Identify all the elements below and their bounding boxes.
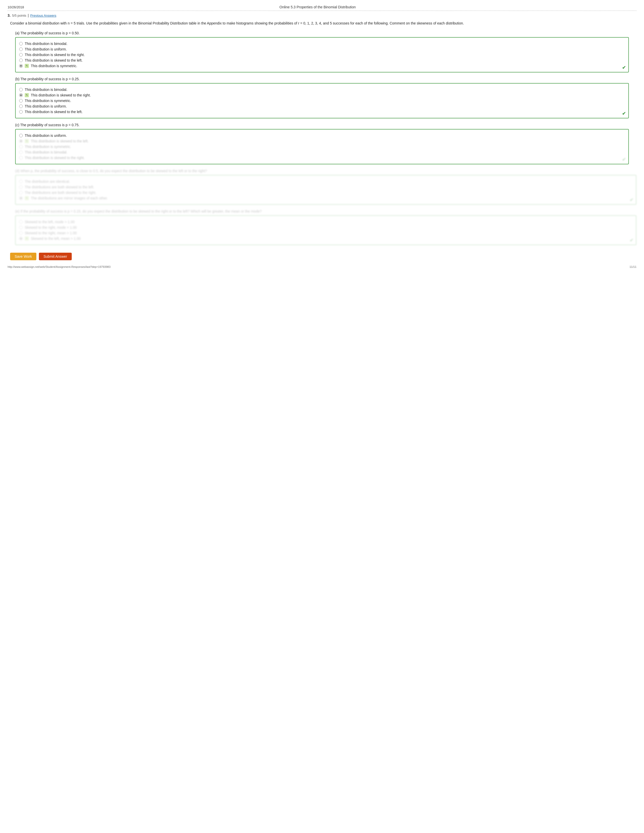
option-label: This distribution is bimodal. [25, 88, 68, 92]
list-item: ✎ This distribution is skewed to the rig… [19, 93, 625, 97]
list-item: Skewed to the right, mean > 1.00 [19, 231, 633, 235]
radio-bimodal-c[interactable] [19, 150, 23, 154]
part-e-label: (e) If the probability of success is p =… [15, 209, 636, 213]
radio-e2 [19, 226, 23, 229]
part-b-answer-box: This distribution is bimodal. ✎ This dis… [15, 83, 629, 118]
option-label: This distribution is bimodal. [25, 150, 68, 154]
radio-left-b[interactable] [19, 110, 23, 114]
radio-bimodal-a[interactable] [19, 42, 23, 45]
submit-button[interactable]: Submit Answer [39, 252, 71, 260]
list-item: This distribution is skewed to the left. [19, 58, 625, 62]
option-label: The distribution are identical. [25, 180, 70, 183]
option-label: This distribution is skewed to the left. [25, 110, 82, 114]
pencil-icon: ✎ [25, 139, 29, 143]
list-item: ✎ This distribution is symmetric. [19, 64, 625, 68]
radio-d3 [19, 191, 23, 195]
list-item: This distribution is skewed to the left. [19, 110, 625, 114]
question-number: 3. [8, 13, 11, 18]
list-item: This distribution is uniform. [19, 133, 625, 138]
radio-symmetric-c[interactable] [19, 145, 23, 148]
save-button[interactable]: Save Work [10, 252, 36, 260]
part-c-label: (c) The probability of success is p = 0.… [15, 123, 636, 127]
radio-d4 [19, 196, 23, 200]
correct-checkmark: ✔ [630, 197, 633, 203]
header-date: 10/26/2018 [8, 5, 24, 9]
correct-checkmark: ✔ [622, 65, 626, 71]
list-item: ✎ This distribution is skewed to the lef… [19, 139, 625, 143]
list-item: This distribution is skewed to the right… [19, 156, 625, 160]
option-label: This distribution is skewed to the left. [25, 58, 82, 62]
correct-checkmark: ✔ [630, 238, 633, 243]
pencil-icon: ✎ [25, 93, 29, 97]
header: 10/26/2018 Online 5.3 Properties of the … [8, 5, 636, 9]
radio-symmetric-a[interactable] [19, 64, 23, 68]
radio-symmetric-b[interactable] [19, 99, 23, 103]
pencil-icon: ✎ [25, 64, 29, 68]
radio-e1 [19, 220, 23, 224]
question-body: Consider a binomial distribution with n … [10, 21, 634, 26]
option-label: This distribution is uniform. [25, 47, 67, 51]
list-item: ✎ The distributions are mirror images of… [19, 196, 633, 200]
footer-url-text: http://www.webassign.net/web/Student/Ass… [8, 265, 111, 269]
option-label: This distribution is symmetric. [25, 145, 71, 149]
option-label: Skewed to the left, mean > 1.00 [31, 236, 80, 241]
pencil-icon: ✎ [25, 196, 29, 200]
list-item: This distribution is bimodal. [19, 150, 625, 154]
list-item: This distribution is symmetric. [19, 145, 625, 149]
part-d-label: (d) When p, the probability of success, … [15, 169, 636, 173]
list-item: This distribution is bimodal. [19, 42, 625, 46]
list-item: This distribution is bimodal. [19, 88, 625, 92]
footer-url-bar: http://www.webassign.net/web/Student/Ass… [8, 265, 636, 269]
radio-left-a[interactable] [19, 59, 23, 62]
option-label: Skewed to the right, mode > 1.00 [25, 225, 77, 230]
radio-uniform-a[interactable] [19, 47, 23, 51]
part-e-section: (e) If the probability of success is p =… [15, 209, 636, 245]
part-a-label: (a) The probability of success is p = 0.… [15, 31, 636, 35]
option-label: The distributions are mirror images of e… [31, 196, 108, 200]
radio-d2 [19, 185, 23, 189]
part-c-answer-box: This distribution is uniform. ✎ This dis… [15, 129, 629, 164]
list-item: The distributions are both skewed to the… [19, 191, 633, 195]
option-label: This distribution is skewed to the right… [31, 93, 91, 97]
radio-right-c[interactable] [19, 156, 23, 159]
header-title: Online 5.3 Properties of the Binomial Di… [24, 5, 611, 9]
question-text: Consider a binomial distribution with n … [10, 21, 464, 25]
list-item: This distribution is uniform. [19, 104, 625, 108]
option-label: This distribution is skewed to the right… [25, 156, 85, 160]
part-e-answer-box: Skewed to the left, mode > 1.00 Skewed t… [15, 215, 636, 245]
correct-checkmark: ✔ [622, 157, 626, 162]
radio-right-b[interactable] [19, 93, 23, 97]
previous-answers-link[interactable]: Previous Answers [30, 14, 56, 18]
question-header: 3. 5/5 points | Previous Answers [8, 13, 636, 18]
part-a-answer-box: This distribution is bimodal. This distr… [15, 37, 629, 72]
option-label: This distribution is skewed to the left. [31, 139, 89, 143]
option-label: This distribution is uniform. [25, 104, 67, 108]
part-d-answer-box: The distribution are identical. The dist… [15, 175, 636, 205]
correct-checkmark: ✔ [622, 111, 626, 116]
list-item: This distribution is skewed to the right… [19, 53, 625, 57]
radio-left-c[interactable] [19, 139, 23, 143]
option-label: Skewed to the left, mode > 1.00 [25, 220, 74, 224]
footer-page-indicator: 11/11 [630, 265, 636, 269]
pencil-icon: ✎ [25, 236, 29, 241]
points-label: 5/5 points [12, 14, 26, 18]
radio-bimodal-b[interactable] [19, 88, 23, 92]
list-item: The distributions are both skewed to the… [19, 185, 633, 189]
option-label: This distribution is symmetric. [25, 99, 71, 103]
radio-d1 [19, 180, 23, 183]
list-item: Skewed to the right, mode > 1.00 [19, 225, 633, 230]
option-label: This distribution is symmetric. [31, 64, 77, 68]
radio-e4 [19, 237, 23, 240]
option-label: This distribution is uniform. [25, 133, 67, 138]
radio-uniform-b[interactable] [19, 105, 23, 108]
radio-e3 [19, 231, 23, 235]
footer-buttons: Save Work Submit Answer [10, 252, 636, 260]
list-item: Skewed to the left, mode > 1.00 [19, 220, 633, 224]
part-d-section: (d) When p, the probability of success, … [15, 169, 636, 205]
radio-right-a[interactable] [19, 53, 23, 56]
list-item: This distribution is symmetric. [19, 99, 625, 103]
radio-uniform-c[interactable] [19, 134, 23, 137]
option-label: The distributions are both skewed to the… [25, 191, 96, 195]
part-b-label: (b) The probability of success is p = 0.… [15, 77, 636, 81]
list-item: The distribution are identical. [19, 180, 633, 183]
